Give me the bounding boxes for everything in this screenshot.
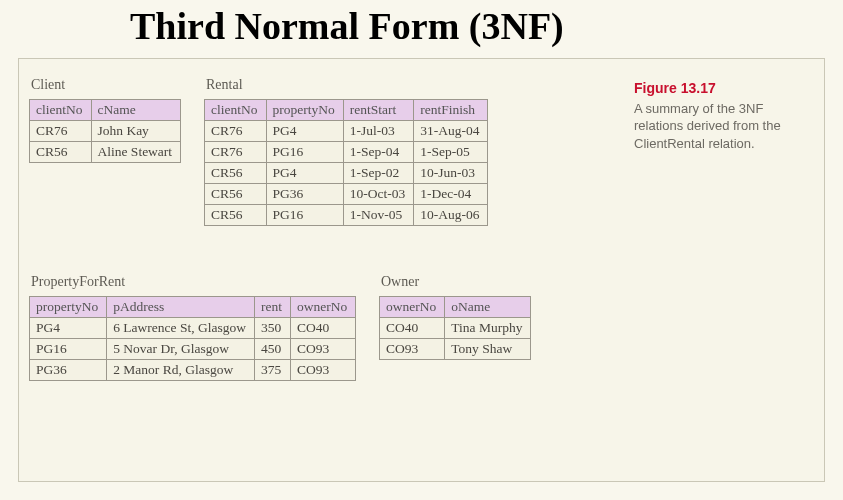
table-cell: 10-Oct-03	[343, 184, 413, 205]
column-header: propertyNo	[30, 297, 107, 318]
table-row: CO40Tina Murphy	[380, 318, 531, 339]
owner-table-block: Owner ownerNooNameCO40Tina MurphyCO93Ton…	[379, 274, 531, 360]
table-cell: CR56	[205, 163, 267, 184]
table-cell: 2 Manor Rd, Glasgow	[107, 360, 255, 381]
property-table-block: PropertyForRent propertyNopAddressrentow…	[29, 274, 356, 381]
figure-caption: Figure 13.17 A summary of the 3NF relati…	[634, 79, 794, 153]
table-cell: Tina Murphy	[445, 318, 531, 339]
table-cell: 450	[254, 339, 290, 360]
table-row: CR76PG41-Jul-0331-Aug-04	[205, 121, 488, 142]
table-cell: CO93	[290, 339, 355, 360]
property-table: propertyNopAddressrentownerNoPG46 Lawren…	[29, 296, 356, 381]
table-cell: CR76	[205, 142, 267, 163]
table-cell: PG16	[266, 205, 343, 226]
table-cell: PG16	[266, 142, 343, 163]
rental-table-block: Rental clientNopropertyNorentStartrentFi…	[204, 77, 488, 226]
table-cell: John Kay	[91, 121, 181, 142]
figure-number: Figure 13.17	[634, 79, 794, 98]
property-table-label: PropertyForRent	[31, 274, 356, 290]
table-cell: PG4	[30, 318, 107, 339]
table-cell: CO40	[290, 318, 355, 339]
table-cell: 350	[254, 318, 290, 339]
table-row: CR56Aline Stewart	[30, 142, 181, 163]
table-cell: Aline Stewart	[91, 142, 181, 163]
table-row: PG165 Novar Dr, Glasgow450CO93	[30, 339, 356, 360]
table-cell: 1-Dec-04	[414, 184, 488, 205]
table-cell: CR56	[205, 205, 267, 226]
table-cell: PG4	[266, 121, 343, 142]
table-cell: PG4	[266, 163, 343, 184]
table-cell: PG16	[30, 339, 107, 360]
column-header: clientNo	[205, 100, 267, 121]
rental-table: clientNopropertyNorentStartrentFinishCR7…	[204, 99, 488, 226]
table-cell: 1-Nov-05	[343, 205, 413, 226]
column-header: clientNo	[30, 100, 92, 121]
table-cell: CR56	[30, 142, 92, 163]
table-cell: CO40	[380, 318, 445, 339]
table-row: CR56PG41-Sep-0210-Jun-03	[205, 163, 488, 184]
table-cell: CO93	[290, 360, 355, 381]
column-header: ownerNo	[290, 297, 355, 318]
table-cell: 375	[254, 360, 290, 381]
client-table-block: Client clientNocNameCR76John KayCR56Alin…	[29, 77, 181, 163]
table-cell: 1-Sep-05	[414, 142, 488, 163]
table-cell: PG36	[266, 184, 343, 205]
column-header: oName	[445, 297, 531, 318]
table-cell: 31-Aug-04	[414, 121, 488, 142]
client-table: clientNocNameCR76John KayCR56Aline Stewa…	[29, 99, 181, 163]
column-header: pAddress	[107, 297, 255, 318]
owner-table-label: Owner	[381, 274, 531, 290]
column-header: rentStart	[343, 100, 413, 121]
table-cell: 5 Novar Dr, Glasgow	[107, 339, 255, 360]
column-header: cName	[91, 100, 181, 121]
column-header: rent	[254, 297, 290, 318]
table-row: PG362 Manor Rd, Glasgow375CO93	[30, 360, 356, 381]
table-cell: 10-Aug-06	[414, 205, 488, 226]
owner-table: ownerNooNameCO40Tina MurphyCO93Tony Shaw	[379, 296, 531, 360]
table-cell: Tony Shaw	[445, 339, 531, 360]
table-row: CR76PG161-Sep-041-Sep-05	[205, 142, 488, 163]
table-cell: 10-Jun-03	[414, 163, 488, 184]
content-panel: Client clientNocNameCR76John KayCR56Alin…	[18, 58, 825, 482]
table-cell: CR56	[205, 184, 267, 205]
column-header: ownerNo	[380, 297, 445, 318]
figure-caption-text: A summary of the 3NF relations derived f…	[634, 101, 781, 151]
table-cell: PG36	[30, 360, 107, 381]
table-cell: 1-Jul-03	[343, 121, 413, 142]
table-cell: 1-Sep-02	[343, 163, 413, 184]
table-cell: CR76	[205, 121, 267, 142]
page-title: Third Normal Form (3NF)	[130, 4, 564, 48]
column-header: rentFinish	[414, 100, 488, 121]
table-cell: 1-Sep-04	[343, 142, 413, 163]
table-row: CR56PG3610-Oct-031-Dec-04	[205, 184, 488, 205]
table-cell: CO93	[380, 339, 445, 360]
table-cell: 6 Lawrence St, Glasgow	[107, 318, 255, 339]
table-row: CR56PG161-Nov-0510-Aug-06	[205, 205, 488, 226]
rental-table-label: Rental	[206, 77, 488, 93]
column-header: propertyNo	[266, 100, 343, 121]
table-cell: CR76	[30, 121, 92, 142]
table-row: CR76John Kay	[30, 121, 181, 142]
table-row: CO93Tony Shaw	[380, 339, 531, 360]
table-row: PG46 Lawrence St, Glasgow350CO40	[30, 318, 356, 339]
client-table-label: Client	[31, 77, 181, 93]
